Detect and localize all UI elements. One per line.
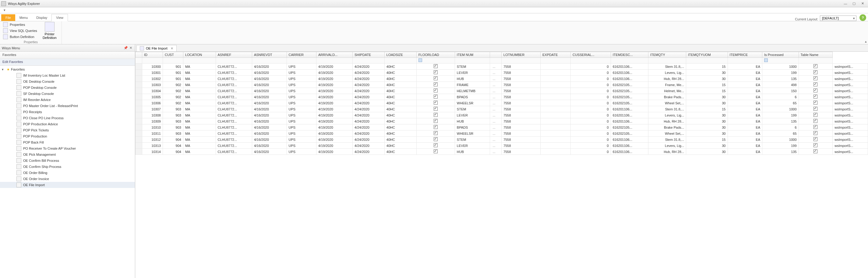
column-header[interactable]	[135, 52, 142, 58]
table-cell[interactable]	[540, 149, 570, 155]
table-cell[interactable]: 7558	[502, 118, 540, 125]
filter-cell[interactable]	[287, 58, 316, 64]
table-row[interactable]: 10307903MACLHU8772...4/16/2020UPS4/19/20…	[135, 106, 868, 112]
checkbox-icon[interactable]	[434, 119, 438, 123]
table-cell[interactable]	[416, 149, 455, 155]
table-cell[interactable]: CLHU8772...	[216, 70, 252, 76]
checkbox-icon[interactable]	[434, 76, 438, 80]
tree-item[interactable]: POP Desktop Console	[0, 84, 135, 91]
filter-checkbox-icon[interactable]	[764, 59, 768, 62]
table-cell[interactable]: MA	[183, 118, 216, 125]
table-cell[interactable]: UPS	[287, 131, 316, 137]
table-cell[interactable]	[416, 118, 455, 125]
checkbox-icon[interactable]	[813, 64, 817, 68]
table-cell[interactable]	[135, 125, 142, 131]
ribbon-properties[interactable]: Properties	[2, 22, 38, 27]
table-cell[interactable]: 30	[686, 100, 727, 106]
table-cell[interactable]: 4/24/2020	[353, 82, 385, 88]
ellipsis-icon[interactable]: ...	[492, 95, 495, 99]
table-cell[interactable]: 10311	[142, 131, 163, 137]
table-cell[interactable]: 7558	[502, 82, 540, 88]
table-cell[interactable]: MA	[183, 100, 216, 106]
tree-item[interactable]: OE Pick Management	[0, 151, 135, 158]
table-row[interactable]: 10314904MACLHU8772...4/16/2020UPS4/19/20…	[135, 149, 868, 155]
table-cell[interactable]: UPS	[287, 100, 316, 106]
table-cell[interactable]: CLHU8772...	[216, 76, 252, 82]
table-cell[interactable]: 4/16/2020	[252, 106, 287, 112]
table-cell[interactable]	[540, 94, 570, 100]
table-cell[interactable]	[799, 131, 833, 137]
ellipsis-icon[interactable]: ...	[492, 71, 495, 74]
ellipsis-icon[interactable]: ...	[492, 107, 495, 111]
table-cell[interactable]: 10309	[142, 118, 163, 125]
filter-cell[interactable]	[727, 58, 762, 64]
table-cell[interactable]: WHEELSR	[455, 131, 490, 137]
table-cell[interactable]: EA	[727, 88, 762, 94]
checkbox-icon[interactable]	[434, 95, 438, 99]
ribbon-printer-definition[interactable]: Printer Definition	[40, 22, 59, 39]
tree-item[interactable]: IM Inventory Loc Master List	[0, 72, 135, 78]
table-cell[interactable]	[135, 88, 142, 94]
table-cell[interactable]: 0	[570, 149, 611, 155]
tree-item[interactable]: SF Desktop Console	[0, 91, 135, 97]
table-cell[interactable]: EA	[727, 118, 762, 125]
table-cell[interactable]: 10306	[142, 100, 163, 106]
table-cell[interactable]: MA	[183, 106, 216, 112]
table-row[interactable]: 10311903MACLHU8772...4/16/2020UPS4/19/20…	[135, 131, 868, 137]
table-cell[interactable]: wsImportS...	[833, 125, 868, 131]
table-cell[interactable]: EA	[727, 82, 762, 88]
table-cell[interactable]: 30	[686, 76, 727, 82]
table-cell[interactable]: MA	[183, 112, 216, 118]
ellipsis-icon[interactable]: ...	[492, 77, 495, 80]
table-cell[interactable]	[416, 131, 455, 137]
table-cell[interactable]: 7558	[502, 137, 540, 143]
checkbox-icon[interactable]	[434, 70, 438, 74]
column-header[interactable]: CUSSERIAL...	[570, 52, 611, 58]
table-cell[interactable]: Stem 31.8,...	[648, 106, 686, 112]
table-cell[interactable]: wsImportS...	[833, 82, 868, 88]
table-cell[interactable]: 4/19/2020	[316, 118, 352, 125]
tree-item[interactable]: OE Confirm Bill Process	[0, 158, 135, 164]
ellipsis-icon[interactable]: ...	[492, 113, 495, 117]
table-cell[interactable]: MA	[183, 88, 216, 94]
checkbox-icon[interactable]	[813, 107, 817, 111]
table-cell[interactable]: ...	[490, 131, 502, 137]
table-cell[interactable]: 4/24/2020	[353, 131, 385, 137]
table-cell[interactable]: Brake Pads...	[648, 94, 686, 100]
filter-cell[interactable]	[353, 58, 385, 64]
table-cell[interactable]: 4/16/2020	[252, 143, 287, 149]
table-cell[interactable]	[135, 118, 142, 125]
filter-cell[interactable]	[490, 58, 502, 64]
table-cell[interactable]: 616201106...	[611, 64, 648, 70]
table-cell[interactable]: 40HC	[384, 149, 416, 155]
table-cell[interactable]: 4/19/2020	[316, 100, 352, 106]
ellipsis-icon[interactable]: ...	[492, 119, 495, 123]
table-cell[interactable]	[135, 100, 142, 106]
table-cell[interactable]: 616202105...	[611, 82, 648, 88]
column-header[interactable]: ITEMDESC...	[611, 52, 648, 58]
table-cell[interactable]: 40HC	[384, 143, 416, 149]
doc-tab-close-icon[interactable]: ✕	[170, 46, 173, 50]
table-cell[interactable]: 15	[686, 137, 727, 143]
table-cell[interactable]	[799, 94, 833, 100]
checkbox-icon[interactable]	[434, 89, 438, 93]
table-cell[interactable]: 4/16/2020	[252, 94, 287, 100]
table-row[interactable]: 10312904MACLHU8772...4/16/2020UPS4/19/20…	[135, 137, 868, 143]
table-cell[interactable]: 30	[686, 94, 727, 100]
table-cell[interactable]: 903	[163, 131, 183, 137]
table-cell[interactable]	[540, 82, 570, 88]
table-cell[interactable]: 4/16/2020	[252, 82, 287, 88]
table-cell[interactable]	[135, 64, 142, 70]
table-cell[interactable]: 0	[570, 125, 611, 131]
table-cell[interactable]	[416, 106, 455, 112]
table-cell[interactable]: Levers, Lig...	[648, 112, 686, 118]
table-cell[interactable]: UPS	[287, 112, 316, 118]
column-header[interactable]: ARRIVALD...	[316, 52, 352, 58]
table-cell[interactable]	[540, 106, 570, 112]
column-header[interactable]: LOTNUMBER	[502, 52, 540, 58]
table-cell[interactable]: 0	[570, 106, 611, 112]
table-cell[interactable]: EA	[727, 131, 762, 137]
filter-cell[interactable]	[252, 58, 287, 64]
tree-item[interactable]: OE Confirm Ship Process	[0, 164, 135, 170]
filter-cell[interactable]	[183, 58, 216, 64]
